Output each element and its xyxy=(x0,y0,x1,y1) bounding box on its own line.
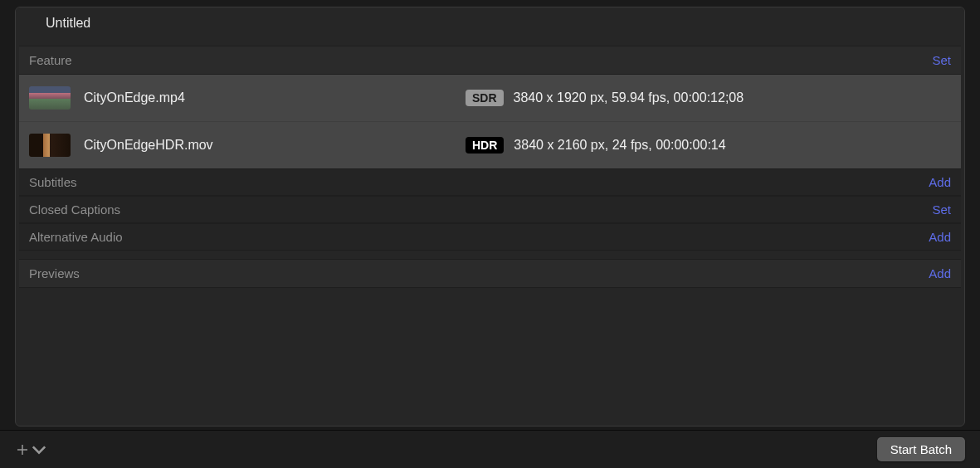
sdr-badge: SDR xyxy=(466,90,504,106)
file-name: CityOnEdgeHDR.mov xyxy=(84,138,466,153)
closed-captions-set-link[interactable]: Set xyxy=(932,202,951,217)
section-header-feature: Feature Set xyxy=(19,46,961,75)
file-name: CityOnEdge.mp4 xyxy=(84,90,466,105)
footer-bar: Start Batch xyxy=(0,430,980,468)
file-row[interactable]: CityOnEdge.mp4 SDR 3840 x 1920 px, 59.94… xyxy=(19,75,961,122)
plus-icon xyxy=(15,442,30,457)
hdr-badge: HDR xyxy=(466,137,504,154)
section-label: Closed Captions xyxy=(29,202,120,217)
file-row[interactable]: CityOnEdgeHDR.mov HDR 3840 x 2160 px, 24… xyxy=(19,122,961,168)
panel-title: Untitled xyxy=(16,7,964,39)
previews-add-link[interactable]: Add xyxy=(929,266,951,280)
section-header-closed-captions: Closed Captions Set xyxy=(19,196,961,223)
feature-file-list: CityOnEdge.mp4 SDR 3840 x 1920 px, 59.94… xyxy=(19,75,961,168)
section-label: Subtitles xyxy=(29,175,77,189)
file-thumbnail xyxy=(29,134,71,157)
section-header-alt-audio: Alternative Audio Add xyxy=(19,223,961,251)
alt-audio-add-link[interactable]: Add xyxy=(929,230,951,244)
chevron-down-icon xyxy=(32,442,46,457)
file-thumbnail xyxy=(29,86,71,110)
feature-set-link[interactable]: Set xyxy=(932,53,951,67)
start-batch-button[interactable]: Start Batch xyxy=(877,437,965,461)
section-label: Alternative Audio xyxy=(29,230,123,244)
section-header-previews: Previews Add xyxy=(19,259,961,288)
file-metadata: 3840 x 1920 px, 59.94 fps, 00:00:12;08 xyxy=(514,90,744,105)
file-metadata: 3840 x 2160 px, 24 fps, 00:00:00:14 xyxy=(514,138,725,153)
batch-panel: Untitled Feature Set CityOnEdge.mp4 SDR … xyxy=(15,7,965,427)
subtitles-add-link[interactable]: Add xyxy=(929,175,951,189)
section-label: Previews xyxy=(29,266,80,280)
add-menu-button[interactable] xyxy=(15,442,46,457)
section-header-subtitles: Subtitles Add xyxy=(19,168,961,196)
section-label: Feature xyxy=(29,53,72,67)
